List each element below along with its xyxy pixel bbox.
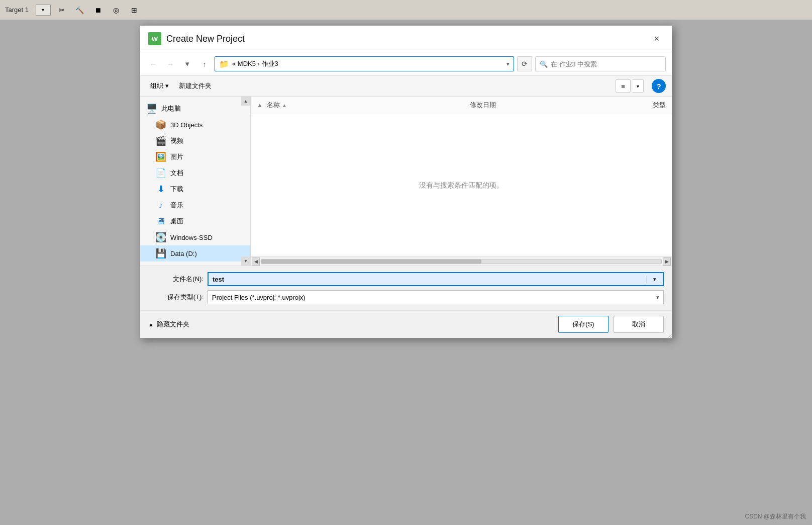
- horizontal-scrollbar[interactable]: ◀ ▶: [251, 256, 672, 266]
- create-project-dialog: W Create New Project × ← → ▾ ↑ 📁 « MDK5 …: [140, 25, 672, 338]
- data-d-icon: 💾: [155, 248, 166, 259]
- sidebar-item-label-pictures: 图片: [170, 152, 183, 161]
- filename-input[interactable]: test ▾: [208, 272, 664, 286]
- toolbar-icon-stop[interactable]: ⏹: [91, 3, 105, 17]
- help-button[interactable]: ?: [652, 79, 666, 93]
- sidebar-item-3d-objects[interactable]: 📦 3D Objects: [140, 117, 250, 133]
- dialog-logo: W: [148, 32, 161, 45]
- file-area: ▲ 名称 ▲ 修改日期 类型 没有与搜索条件匹配的项。 ◀ ▶: [251, 97, 672, 266]
- column-header-date[interactable]: 修改日期: [470, 101, 605, 110]
- folder-icon: 📁: [219, 59, 229, 69]
- this-pc-icon: 🖥️: [146, 103, 157, 114]
- filetype-value: Project Files (*.uvproj; *.uvprojx): [212, 294, 306, 301]
- windows-ssd-icon: 💽: [155, 232, 166, 243]
- sidebar-item-downloads[interactable]: ⬇ 下载: [140, 181, 250, 197]
- sidebar-item-label-documents: 文档: [170, 168, 183, 178]
- sidebar-item-label-downloads: 下载: [170, 185, 183, 194]
- filetype-label: 保存类型(T):: [148, 293, 204, 302]
- file-toolbar: 组织 ▾ 新建文件夹 ≡ ▾ ?: [140, 76, 672, 97]
- svg-line-1: [670, 336, 672, 338]
- sidebar-item-label-3d-objects: 3D Objects: [170, 121, 202, 129]
- organize-button[interactable]: 组织 ▾: [146, 79, 173, 93]
- top-toolbar: Target 1 ▾ ✂ 🔨 ⏹ ◎ ⊞: [0, 0, 812, 20]
- search-icon: 🔍: [540, 60, 548, 68]
- sidebar-item-videos[interactable]: 🎬 视频: [140, 133, 250, 149]
- svg-line-0: [668, 334, 672, 338]
- sidebar-scroll-down[interactable]: ▼: [241, 256, 250, 266]
- sidebar-item-label-data-d: Data (D:): [170, 250, 197, 257]
- sidebar-scroll-up[interactable]: ▲: [241, 97, 250, 106]
- sidebar-item-data-d[interactable]: 💾 Data (D:): [140, 245, 250, 261]
- filename-label: 文件名(N):: [148, 275, 204, 284]
- filename-dropdown-icon[interactable]: ▾: [647, 276, 659, 283]
- 3d-objects-icon: 📦: [155, 119, 166, 130]
- hide-folders-label: 隐藏文件夹: [157, 320, 189, 329]
- desktop-icon: 🖥: [155, 216, 166, 227]
- sidebar-item-music[interactable]: ♪ 音乐: [140, 197, 250, 213]
- back-button[interactable]: ←: [146, 57, 160, 71]
- column-header-name[interactable]: 名称 ▲: [267, 101, 470, 110]
- sidebar-item-label-windows-ssd: Windows-SSD: [170, 234, 213, 241]
- new-folder-button[interactable]: 新建文件夹: [175, 79, 216, 93]
- cancel-button[interactable]: 取消: [614, 316, 664, 333]
- h-scroll-thumb: [261, 259, 481, 264]
- filetype-row: 保存类型(T): Project Files (*.uvproj; *.uvpr…: [148, 290, 664, 304]
- dialog-titlebar: W Create New Project ×: [140, 26, 672, 52]
- h-scroll-left-button[interactable]: ◀: [252, 257, 260, 266]
- refresh-button[interactable]: ⟳: [517, 56, 532, 71]
- main-content-area: ▲ 🖥️ 此电脑 📦 3D Objects 🎬 视频 🖼️ 图片 📄 文档: [140, 97, 672, 266]
- sidebar-item-label-videos: 视频: [170, 136, 183, 145]
- search-bar[interactable]: 🔍: [535, 56, 666, 71]
- downloads-icon: ⬇: [155, 184, 166, 195]
- pictures-icon: 🖼️: [155, 151, 166, 162]
- empty-message: 没有与搜索条件匹配的项。: [251, 114, 672, 256]
- target-title: Target 1: [5, 6, 29, 14]
- videos-icon: 🎬: [155, 135, 166, 146]
- toolbar-icon-target[interactable]: ◎: [109, 3, 123, 17]
- h-scroll-track[interactable]: [261, 259, 662, 264]
- hide-folders-button[interactable]: ▲ 隐藏文件夹: [148, 320, 189, 329]
- toolbar-icon-scissors[interactable]: ✂: [55, 3, 69, 17]
- filename-row: 文件名(N): test ▾: [148, 272, 664, 286]
- sidebar-item-label-music: 音乐: [170, 201, 183, 210]
- target-dropdown[interactable]: ▾: [36, 5, 51, 16]
- sidebar-item-this-pc[interactable]: 🖥️ 此电脑: [140, 101, 250, 117]
- address-bar[interactable]: 📁 « MDK5 › 作业3 ▾: [215, 56, 514, 71]
- filename-value: test: [213, 276, 647, 283]
- sidebar-item-label-desktop: 桌面: [170, 217, 183, 226]
- watermark: CSDN @森林里有个我: [745, 512, 806, 521]
- sidebar-item-desktop[interactable]: 🖥 桌面: [140, 213, 250, 229]
- music-icon: ♪: [155, 200, 166, 211]
- dialog-title: Create New Project: [166, 34, 645, 44]
- close-button[interactable]: ×: [650, 32, 664, 46]
- action-buttons: 保存(S) 取消: [558, 316, 664, 333]
- search-input[interactable]: [551, 60, 661, 68]
- sidebar-item-documents[interactable]: 📄 文档: [140, 165, 250, 181]
- action-bar: ▲ 隐藏文件夹 保存(S) 取消: [140, 310, 672, 338]
- file-column-headers: ▲ 名称 ▲ 修改日期 类型: [251, 97, 672, 114]
- column-header-type[interactable]: 类型: [605, 101, 666, 110]
- address-path: « MDK5 › 作业3: [232, 59, 278, 68]
- filetype-select[interactable]: Project Files (*.uvproj; *.uvprojx) ▾: [208, 290, 664, 304]
- h-scroll-right-button[interactable]: ▶: [663, 257, 671, 266]
- sidebar-item-windows-ssd[interactable]: 💽 Windows-SSD: [140, 229, 250, 245]
- hide-folders-icon: ▲: [148, 321, 154, 327]
- filetype-dropdown-icon: ▾: [656, 294, 659, 301]
- history-dropdown-button[interactable]: ▾: [180, 57, 194, 71]
- view-dropdown-button[interactable]: ▾: [633, 79, 644, 93]
- bottom-form: 文件名(N): test ▾ 保存类型(T): Project Files (*…: [140, 266, 672, 310]
- sidebar-item-label-this-pc: 此电脑: [161, 104, 181, 113]
- resize-grip[interactable]: [666, 332, 672, 338]
- toolbar-icon-grid[interactable]: ⊞: [127, 3, 141, 17]
- sidebar: ▲ 🖥️ 此电脑 📦 3D Objects 🎬 视频 🖼️ 图片 📄 文档: [140, 97, 251, 266]
- sidebar-item-pictures[interactable]: 🖼️ 图片: [140, 149, 250, 165]
- file-scroll-up-arrow[interactable]: ▲: [257, 100, 263, 111]
- address-dropdown-icon[interactable]: ▾: [506, 61, 510, 67]
- up-button[interactable]: ↑: [197, 57, 212, 71]
- navigation-bar: ← → ▾ ↑ 📁 « MDK5 › 作业3 ▾ ⟳ 🔍: [140, 52, 672, 76]
- save-button[interactable]: 保存(S): [558, 316, 608, 333]
- forward-button[interactable]: →: [163, 57, 177, 71]
- documents-icon: 📄: [155, 167, 166, 179]
- view-button[interactable]: ≡: [616, 79, 631, 93]
- toolbar-icon-build[interactable]: 🔨: [73, 3, 87, 17]
